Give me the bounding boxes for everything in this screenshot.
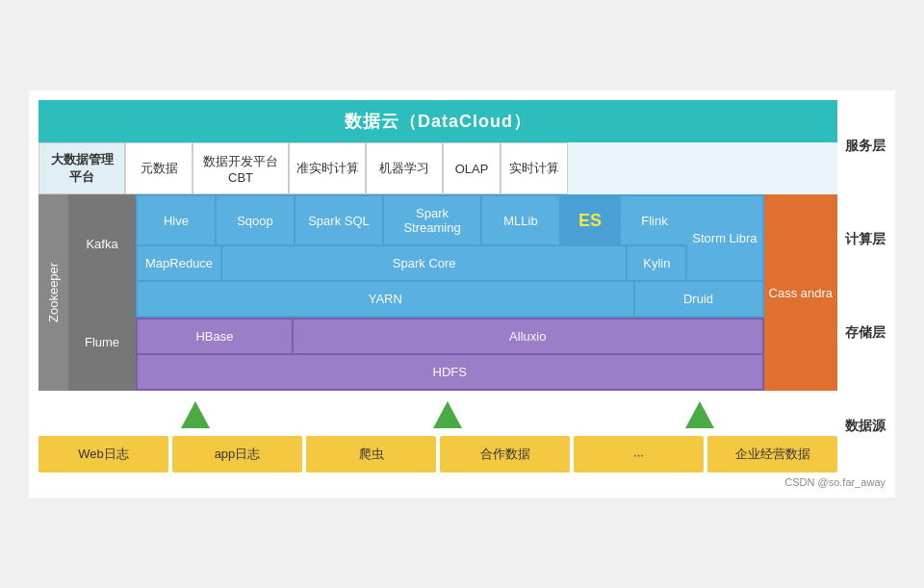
cassandra-cell: Cass andra xyxy=(764,194,837,391)
platform-row: 大数据管理平台 元数据 数据开发平台 CBT 准实时计算 机器学习 OLAP xyxy=(38,142,837,194)
mllib-cell: MLLib xyxy=(482,196,559,244)
service-layer-label: 服务层 xyxy=(845,138,886,155)
datasource-partner-data: 合作数据 xyxy=(440,436,570,473)
datasource-crawler: 爬虫 xyxy=(306,436,436,473)
compute-storage-main: Hive Sqoop Spark SQL Spark xyxy=(136,194,764,391)
flink-cell: Flink xyxy=(621,196,688,244)
storage-layer-label: 存储层 xyxy=(845,324,886,342)
spark-core-cell: Spark Core xyxy=(222,246,626,280)
druid-cell: Druid xyxy=(635,282,762,316)
arrow-3 xyxy=(685,400,714,429)
datasource-web-log: Web日志 xyxy=(38,436,168,473)
blue-compute-section: Hive Sqoop Spark SQL Spark xyxy=(136,194,764,318)
dev-platform-cell: 数据开发平台 CBT xyxy=(192,142,289,194)
datasource-business-data: 企业经营数据 xyxy=(707,436,837,473)
yarn-cell: YARN xyxy=(138,282,633,316)
compute-layer-label: 计算层 xyxy=(845,231,886,248)
watermark: CSDN @so.far_away xyxy=(38,476,886,488)
hbase-cell: HBase xyxy=(138,320,292,353)
compute-row-3: YARN Druid xyxy=(138,282,762,316)
spark-sql-cell: Spark SQL xyxy=(295,196,382,244)
datasource-app-log: app日志 xyxy=(172,436,302,473)
storage-row-1: HBase Alluxio xyxy=(138,320,762,353)
ml-cell: 机器学习 xyxy=(366,142,443,194)
kafka-cell: Kafka xyxy=(68,194,136,293)
flume-cell: Flume xyxy=(68,293,136,391)
es-cell: ES xyxy=(561,196,619,244)
storm-libra-cell: Storm Libra xyxy=(687,196,761,280)
purple-storage-section: HBase Alluxio HDFS xyxy=(136,318,764,391)
zookeeper-cell: Zookeeper xyxy=(38,194,68,391)
alluxio-cell: Alluxio xyxy=(294,320,762,353)
diagram-main: 数据云（DataCloud） 大数据管理平台 元数据 数据开发平台 CBT 准实… xyxy=(38,100,837,473)
service-layer-bar: 数据云（DataCloud） xyxy=(38,100,837,142)
service-layer-title: 数据云（DataCloud） xyxy=(345,112,531,131)
kylin-cell: Kylin xyxy=(628,246,685,280)
compute-storage-area: Zookeeper Kafka Flume xyxy=(38,194,837,391)
sqoop-cell: Sqoop xyxy=(217,196,294,244)
arrow-2 xyxy=(433,400,462,429)
compute-rows-1-2-wrapper: Hive Sqoop Spark SQL Spark xyxy=(138,196,762,280)
main-container: 数据云（DataCloud） 大数据管理平台 元数据 数据开发平台 CBT 准实… xyxy=(29,90,895,498)
mapreduce-cell: MapReduce xyxy=(138,246,220,280)
arrows-row xyxy=(38,396,837,434)
near-realtime-cell: 准实时计算 xyxy=(289,142,366,194)
realtime-compute-cell: 实时计算 xyxy=(500,142,568,194)
hive-cell: Hive xyxy=(138,196,215,244)
compute-row-2: MapReduce Spark Core Kylin xyxy=(138,246,685,280)
datasources-row: Web日志 app日志 爬虫 合作数据 ··· 企业经营数据 xyxy=(38,436,837,473)
compute-rows-1-2-left: Hive Sqoop Spark SQL Spark xyxy=(138,196,685,280)
hdfs-cell: HDFS xyxy=(138,355,762,389)
datasource-label: 数据源 xyxy=(845,418,886,435)
arrow-1 xyxy=(181,400,210,429)
compute-row-1: Hive Sqoop Spark SQL Spark xyxy=(138,196,685,244)
datasource-ellipsis: ··· xyxy=(574,436,704,473)
olap-cell: OLAP xyxy=(443,142,500,194)
kafka-flume-col: Kafka Flume xyxy=(68,194,136,391)
storage-row-2: HDFS xyxy=(138,355,762,389)
big-data-mgmt-cell: 大数据管理平台 xyxy=(38,142,125,194)
meta-data-cell: 元数据 xyxy=(125,142,192,194)
side-labels: 服务层 计算层 存储层 数据源 xyxy=(837,100,886,473)
spark-streaming-cell: Spark Streaming xyxy=(384,196,480,244)
diagram-wrapper: 数据云（DataCloud） 大数据管理平台 元数据 数据开发平台 CBT 准实… xyxy=(38,100,886,473)
